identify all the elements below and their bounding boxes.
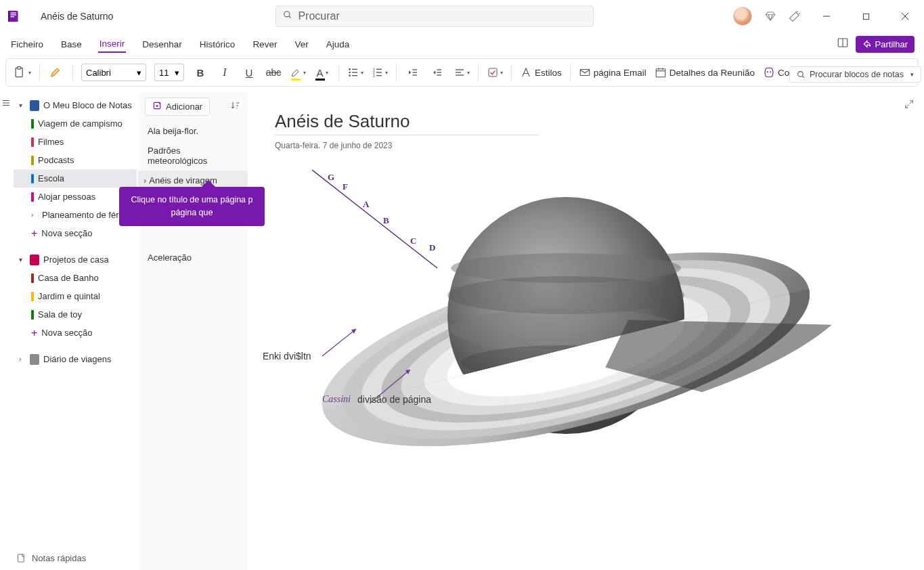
user-avatar[interactable] bbox=[733, 7, 752, 26]
page-item[interactable]: Padrões meteorológicos bbox=[138, 141, 248, 171]
strikethrough-button[interactable]: abc bbox=[265, 63, 282, 82]
svg-point-14 bbox=[349, 68, 351, 70]
page-title[interactable]: Anéis de Saturno bbox=[275, 111, 539, 135]
section-item[interactable]: Sala de toy bbox=[14, 305, 137, 324]
svg-text:3: 3 bbox=[372, 74, 374, 78]
number-list-button[interactable]: 123▾ bbox=[372, 63, 388, 82]
tab-ajuda[interactable]: Ajuda bbox=[325, 37, 351, 52]
svg-rect-72 bbox=[18, 554, 24, 562]
svg-rect-37 bbox=[656, 69, 665, 77]
svg-rect-34 bbox=[456, 74, 464, 75]
svg-rect-29 bbox=[437, 69, 441, 70]
svg-rect-31 bbox=[437, 74, 441, 75]
section-group[interactable]: ›Planeamento de férias bbox=[14, 206, 137, 224]
svg-point-58 bbox=[447, 276, 684, 314]
svg-rect-26 bbox=[412, 69, 417, 70]
saturn-illustration: G F A B C D Enki dvi$ltn Cassini divisão… bbox=[275, 160, 884, 498]
svg-point-16 bbox=[349, 74, 351, 76]
add-page-button[interactable]: Adicionar bbox=[145, 97, 210, 116]
section-item-selected[interactable]: Escola bbox=[14, 169, 137, 188]
svg-line-70 bbox=[322, 329, 356, 356]
section-item[interactable]: Viagem de campismo bbox=[14, 114, 137, 133]
search-notebooks-button[interactable]: Procurar blocos de notas ▾ bbox=[789, 66, 921, 83]
notebook-item[interactable]: ▾ Projetos de casa bbox=[14, 250, 137, 269]
section-item[interactable]: Filmes bbox=[14, 133, 137, 151]
search-icon bbox=[283, 10, 292, 22]
svg-rect-25 bbox=[376, 75, 382, 76]
svg-rect-27 bbox=[412, 72, 417, 72]
tooltip: Clique no título de uma página p página … bbox=[119, 187, 265, 226]
tab-rever[interactable]: Rever bbox=[251, 37, 278, 52]
page-item[interactable]: Aceleração bbox=[138, 248, 248, 267]
tab-ficheiro[interactable]: Ficheiro bbox=[9, 37, 45, 52]
page-item[interactable]: Ala beija-flor. bbox=[138, 121, 248, 141]
highlight-button[interactable]: ▾ bbox=[290, 63, 306, 82]
sort-icon[interactable] bbox=[230, 100, 241, 113]
align-button[interactable]: ▾ bbox=[454, 63, 470, 82]
svg-rect-28 bbox=[412, 74, 417, 75]
tab-inserir[interactable]: Inserir bbox=[98, 36, 127, 53]
notebook-item[interactable]: › Diário de viagens bbox=[14, 350, 137, 368]
styles-button[interactable]: Estilos bbox=[520, 63, 562, 82]
svg-rect-24 bbox=[376, 72, 382, 72]
paste-button[interactable]: ▾ bbox=[13, 63, 31, 82]
wand-icon[interactable] bbox=[789, 10, 801, 22]
section-item[interactable]: Casa de Banho bbox=[14, 269, 137, 287]
section-item[interactable]: Alojar pessoas bbox=[14, 188, 137, 206]
expand-icon[interactable] bbox=[904, 99, 915, 112]
svg-rect-2 bbox=[11, 14, 16, 15]
titlebar-right bbox=[733, 6, 919, 26]
share-button[interactable]: Partilhar bbox=[856, 36, 915, 53]
notebook-item[interactable]: ▾ O Meu Bloco de Notas bbox=[14, 96, 137, 114]
notebook-tree: ▾ O Meu Bloco de Notas Viagem de campism… bbox=[12, 92, 138, 570]
svg-rect-1 bbox=[11, 13, 16, 14]
font-select[interactable]: Calibri▾ bbox=[81, 64, 146, 81]
svg-rect-23 bbox=[376, 69, 382, 70]
todo-tag-button[interactable]: ▾ bbox=[487, 63, 503, 82]
svg-rect-3 bbox=[11, 16, 14, 17]
section-item[interactable]: Podcasts bbox=[14, 151, 137, 169]
svg-rect-43 bbox=[3, 100, 9, 101]
annotation-enki: Enki dvi$ltn bbox=[263, 351, 311, 361]
svg-rect-7 bbox=[863, 14, 868, 19]
page-canvas[interactable]: Procurar blocos de notas ▾ Anéis de Satu… bbox=[248, 92, 924, 570]
document-title: Anéis de Saturno bbox=[41, 11, 113, 22]
annotation-cassini-text: divisão de página bbox=[357, 394, 431, 405]
svg-rect-36 bbox=[580, 70, 590, 76]
maximize-button[interactable] bbox=[852, 6, 879, 26]
outdent-button[interactable] bbox=[405, 63, 421, 82]
meeting-details-button[interactable]: Detalhes da Reunião bbox=[655, 63, 755, 82]
svg-line-5 bbox=[289, 16, 291, 18]
tab-historico[interactable]: Histórico bbox=[198, 37, 237, 52]
font-color-button[interactable]: A▾ bbox=[314, 63, 330, 82]
share-label: Partilhar bbox=[875, 39, 908, 49]
italic-button[interactable]: I bbox=[217, 63, 233, 82]
search-box[interactable]: Procurar bbox=[276, 5, 594, 27]
new-section-button[interactable]: +Nova secção bbox=[14, 224, 137, 242]
font-size-select[interactable]: 11▾ bbox=[154, 64, 184, 81]
search-placeholder: Procurar bbox=[298, 10, 339, 22]
close-button[interactable] bbox=[892, 6, 919, 26]
svg-rect-33 bbox=[456, 72, 461, 72]
format-painter-button[interactable] bbox=[48, 63, 64, 82]
underline-button[interactable]: U bbox=[241, 63, 257, 82]
svg-rect-19 bbox=[352, 75, 357, 76]
reading-view-icon[interactable] bbox=[837, 37, 849, 51]
bullet-list-button[interactable]: ▾ bbox=[347, 63, 364, 82]
new-section-button[interactable]: +Nova secção bbox=[14, 324, 137, 342]
indent-button[interactable] bbox=[429, 63, 445, 82]
svg-rect-17 bbox=[352, 69, 357, 70]
tab-base[interactable]: Base bbox=[60, 37, 83, 52]
section-item[interactable]: Jardim e quintal bbox=[14, 287, 137, 305]
quick-notes[interactable]: Notas rápidas bbox=[16, 553, 86, 563]
premium-icon[interactable] bbox=[764, 10, 776, 22]
svg-point-15 bbox=[349, 72, 351, 74]
tab-desenhar[interactable]: Desenhar bbox=[141, 37, 183, 52]
svg-rect-18 bbox=[352, 72, 357, 72]
minimize-button[interactable] bbox=[813, 6, 840, 26]
nav-toggle[interactable] bbox=[0, 92, 12, 570]
svg-point-4 bbox=[284, 12, 290, 17]
tab-ver[interactable]: Ver bbox=[293, 37, 309, 52]
bold-button[interactable]: B bbox=[192, 63, 208, 82]
email-page-button[interactable]: página Email bbox=[579, 63, 646, 82]
